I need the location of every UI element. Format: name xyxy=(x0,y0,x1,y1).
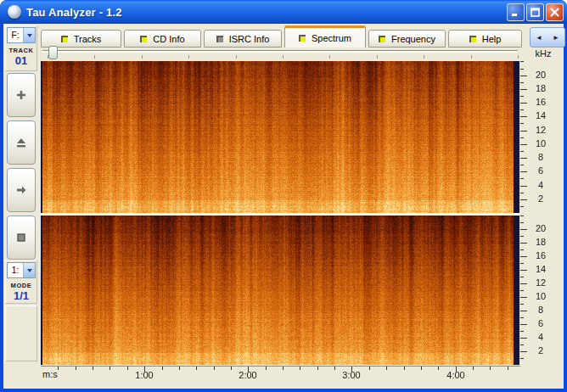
eject-button[interactable] xyxy=(7,120,36,165)
tab-status-icon xyxy=(379,36,385,42)
axis-tick xyxy=(520,256,527,257)
stop-square-icon xyxy=(16,232,26,243)
axis-tick xyxy=(520,311,527,311)
tab-scroll-left-icon[interactable]: ◄ xyxy=(531,28,547,47)
spectrogram-top xyxy=(41,61,519,213)
track-label: TRACK xyxy=(5,47,37,54)
time-axis-unit: m:s xyxy=(42,369,58,379)
axis-tick xyxy=(520,82,524,83)
axis-label: 10 xyxy=(531,291,551,301)
axis-tick xyxy=(93,367,93,370)
slider-tick xyxy=(424,55,424,59)
slider-tick xyxy=(142,55,143,59)
plus-icon xyxy=(15,89,27,101)
axis-tick xyxy=(520,171,527,172)
axis-tick xyxy=(283,367,284,370)
axis-tick xyxy=(76,367,76,370)
add-button[interactable] xyxy=(7,73,36,117)
axis-label: 4 xyxy=(531,332,551,342)
tab-status-icon xyxy=(140,36,147,42)
axis-label: 2:00 xyxy=(231,370,265,380)
axis-tick xyxy=(520,229,527,230)
dropdown-button[interactable] xyxy=(23,28,35,42)
maximize-button[interactable] xyxy=(526,3,544,21)
axis-tick xyxy=(520,199,527,200)
mode-selector[interactable]: 1: xyxy=(7,262,36,278)
axis-tick xyxy=(520,317,524,318)
axis-tick xyxy=(520,277,524,277)
axis-tick xyxy=(520,243,527,244)
axis-tick xyxy=(520,351,527,352)
arrow-right-icon xyxy=(15,184,27,196)
drive-selector[interactable]: F: xyxy=(7,27,36,43)
axis-label: 18 xyxy=(531,237,551,247)
axis-tick xyxy=(520,186,527,187)
slider-tick xyxy=(518,55,519,59)
axis-tick xyxy=(404,367,405,370)
next-track-button[interactable] xyxy=(7,168,36,212)
track-number: 01 xyxy=(5,54,37,67)
minimize-button[interactable] xyxy=(507,3,525,21)
axis-tick xyxy=(520,131,527,132)
axis-tick xyxy=(520,103,527,104)
axis-label: 20 xyxy=(531,223,551,233)
close-button[interactable] xyxy=(546,3,564,21)
axis-tick xyxy=(520,151,524,152)
dropdown-button[interactable] xyxy=(23,263,35,277)
slider-thumb[interactable] xyxy=(48,46,58,59)
slider-tick xyxy=(48,55,48,59)
slider-tick xyxy=(188,55,189,59)
axis-tick xyxy=(490,367,491,370)
tab-scroll-right-icon[interactable]: ► xyxy=(547,28,564,47)
axis-tick xyxy=(520,178,524,179)
axis-tick xyxy=(520,358,524,359)
axis-tick xyxy=(520,76,527,76)
axis-label: 20 xyxy=(531,70,551,80)
app-icon xyxy=(8,5,21,19)
axis-tick xyxy=(300,367,300,370)
axis-label: 14 xyxy=(531,264,551,274)
axis-tick xyxy=(231,367,232,370)
axis-label: 6 xyxy=(531,318,551,328)
axis-label: 14 xyxy=(531,110,551,120)
slider-tick xyxy=(329,55,330,59)
tab-status-icon xyxy=(469,36,476,42)
axis-label: 3:00 xyxy=(334,370,368,380)
tab-label: Tracks xyxy=(74,34,102,44)
axis-label: 18 xyxy=(531,83,551,93)
axis-tick xyxy=(520,263,524,264)
axis-tick xyxy=(508,367,508,370)
mode-selector-value: 1: xyxy=(8,266,23,275)
slider-track[interactable] xyxy=(42,50,518,53)
tab-label: CD Info xyxy=(153,34,184,44)
axis-tick xyxy=(473,367,474,370)
axis-tick xyxy=(214,367,215,370)
position-slider[interactable] xyxy=(41,45,521,60)
tab-label: ISRC Info xyxy=(229,34,270,44)
sidebar-empty-panel xyxy=(5,305,37,361)
stop-button[interactable] xyxy=(7,216,36,260)
axis-tick xyxy=(520,304,524,305)
tab-label: Spectrum xyxy=(312,33,351,43)
chevron-down-icon xyxy=(27,34,32,37)
axis-tick xyxy=(520,61,524,62)
axis-tick xyxy=(438,367,439,370)
title-bar[interactable]: Tau Analyzer - 1.2 xyxy=(0,0,567,24)
axis-tick xyxy=(520,137,524,138)
axis-label: 10 xyxy=(531,138,551,148)
axis-label: 16 xyxy=(531,97,551,107)
axis-tick xyxy=(127,367,128,370)
axis-tick xyxy=(144,367,145,372)
sidebar: F: TRACK 01 1: MODE 1/1 xyxy=(5,25,37,361)
frequency-axis-unit: kHz xyxy=(526,48,560,59)
axis-label: 16 xyxy=(531,250,551,260)
axis-tick xyxy=(520,144,527,145)
axis-tick xyxy=(520,216,524,216)
time-axis-line xyxy=(41,366,520,367)
chevron-down-icon xyxy=(27,269,32,272)
axis-tick xyxy=(520,249,524,250)
axis-tick xyxy=(179,367,180,370)
axis-tick xyxy=(520,109,524,110)
axis-tick xyxy=(520,297,527,298)
spectrogram-bottom xyxy=(41,216,519,365)
